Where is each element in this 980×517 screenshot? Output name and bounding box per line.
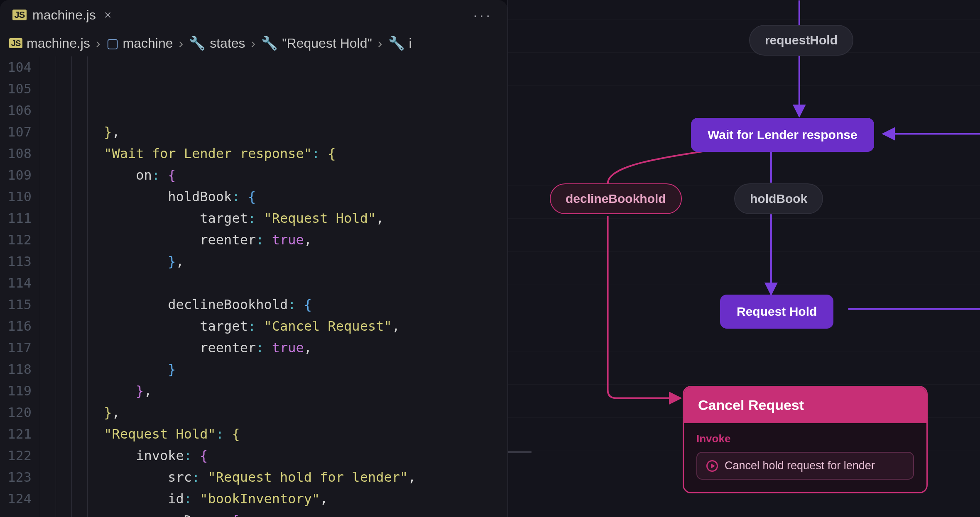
code-line[interactable]: }: [40, 358, 507, 380]
line-number: 108: [0, 143, 32, 164]
chevron-right-icon: ›: [179, 36, 184, 51]
code-line[interactable]: "Wait for Lender response": {: [40, 143, 507, 164]
line-number: 113: [0, 251, 32, 272]
breadcrumb-item-machine[interactable]: ▢ machine: [106, 35, 173, 51]
line-number: 104: [0, 56, 32, 78]
event-label: holdBook: [750, 192, 807, 205]
close-icon[interactable]: ×: [104, 8, 112, 22]
js-file-icon: JS: [9, 38, 22, 48]
code-line[interactable]: onDone: [: [40, 510, 507, 517]
line-number: 106: [0, 100, 32, 121]
breadcrumb-label: states: [210, 36, 245, 51]
chevron-right-icon: ›: [378, 36, 382, 51]
line-number: 124: [0, 488, 32, 510]
code-line[interactable]: on: {: [40, 164, 507, 186]
breadcrumb-label: "Request Hold": [282, 36, 372, 51]
event-pill-requesthold[interactable]: requestHold: [749, 25, 853, 56]
code-line[interactable]: id: "bookInventory",: [40, 488, 507, 510]
invoke-section-label: Invoke: [696, 432, 914, 445]
state-label: Request Hold: [737, 305, 817, 318]
state-label: Wait for Lender response: [708, 128, 858, 141]
symbol-icon: ▢: [106, 35, 119, 51]
code-line[interactable]: },: [40, 402, 507, 423]
line-number-gutter: 1041051061071081091101111121131141151161…: [0, 56, 40, 517]
code-line[interactable]: declineBookhold: {: [40, 294, 507, 315]
line-number: 120: [0, 402, 32, 423]
event-label: declineBookhold: [566, 192, 666, 205]
breadcrumb-label: machine.js: [27, 36, 90, 51]
editor-tab-bar: JS machine.js × ···: [0, 0, 507, 30]
js-file-icon: JS: [12, 10, 27, 20]
code-line[interactable]: holdBook: {: [40, 186, 507, 207]
code-line[interactable]: src: "Request hold for lender",: [40, 466, 507, 488]
line-number: 112: [0, 229, 32, 251]
code-editor-pane: JS machine.js × ··· JS machine.js › ▢ ma…: [0, 0, 507, 517]
chevron-right-icon: ›: [96, 36, 100, 51]
code-line[interactable]: invoke: {: [40, 445, 507, 466]
code-line[interactable]: "Request Hold": {: [40, 423, 507, 445]
line-number: 119: [0, 380, 32, 402]
tab-more-actions[interactable]: ···: [473, 7, 492, 23]
code-line[interactable]: target: "Request Hold",: [40, 207, 507, 229]
tab-filename: machine.js: [32, 7, 96, 23]
wrench-icon: 🔧: [388, 35, 405, 51]
code-area[interactable]: 1041051061071081091101111121131141151161…: [0, 56, 507, 517]
line-number: 121: [0, 423, 32, 445]
panel-title: Cancel Request: [684, 387, 926, 423]
line-number: 109: [0, 164, 32, 186]
line-number: 116: [0, 315, 32, 337]
line-number: 110: [0, 186, 32, 207]
wrench-icon: 🔧: [189, 35, 206, 51]
code-line[interactable]: },: [40, 251, 507, 272]
wrench-icon: 🔧: [261, 35, 278, 51]
event-pill-declinebookhold[interactable]: declineBookhold: [550, 183, 682, 214]
breadcrumb-label: machine: [123, 36, 173, 51]
line-number: 123: [0, 466, 32, 488]
event-pill-holdbook[interactable]: holdBook: [734, 183, 823, 214]
code-line[interactable]: },: [40, 121, 507, 143]
state-node-wait-for-lender[interactable]: Wait for Lender response: [691, 118, 874, 152]
line-number: 118: [0, 358, 32, 380]
event-label: requestHold: [765, 33, 838, 47]
breadcrumb-item-states[interactable]: 🔧 states: [189, 35, 245, 51]
breadcrumb-label: i: [409, 36, 412, 51]
line-number: 111: [0, 207, 32, 229]
code-line[interactable]: target: "Cancel Request",: [40, 315, 507, 337]
state-node-request-hold[interactable]: Request Hold: [720, 295, 833, 329]
line-number: 122: [0, 445, 32, 466]
state-panel-cancel-request[interactable]: Cancel Request Invoke Cancel hold reques…: [683, 386, 928, 493]
breadcrumb-item-request-hold[interactable]: 🔧 "Request Hold": [261, 35, 372, 51]
invoke-action-row[interactable]: Cancel hold request for lender: [696, 452, 914, 480]
editor-tab-machine-js[interactable]: JS machine.js ×: [5, 3, 119, 27]
invoke-action-label: Cancel hold request for lender: [725, 459, 875, 472]
breadcrumb-item-i[interactable]: 🔧 i: [388, 35, 412, 51]
code-line[interactable]: reenter: true,: [40, 229, 507, 251]
line-number: 114: [0, 272, 32, 294]
line-number: 115: [0, 294, 32, 315]
state-diagram-pane[interactable]: requestHold Wait for Lender response dec…: [507, 0, 980, 517]
code-content[interactable]: }, "Wait for Lender response": { on: { h…: [40, 56, 507, 517]
line-number: 105: [0, 78, 32, 100]
play-icon: [706, 460, 718, 472]
code-line[interactable]: reenter: true,: [40, 337, 507, 358]
chevron-right-icon: ›: [251, 36, 256, 51]
code-line[interactable]: [40, 272, 507, 294]
code-line[interactable]: },: [40, 380, 507, 402]
line-number: 107: [0, 121, 32, 143]
panel-body: Invoke Cancel hold request for lender: [684, 423, 926, 492]
breadcrumb: JS machine.js › ▢ machine › 🔧 states › 🔧…: [0, 30, 507, 56]
line-number: 117: [0, 337, 32, 358]
breadcrumb-item-file[interactable]: JS machine.js: [9, 36, 90, 51]
